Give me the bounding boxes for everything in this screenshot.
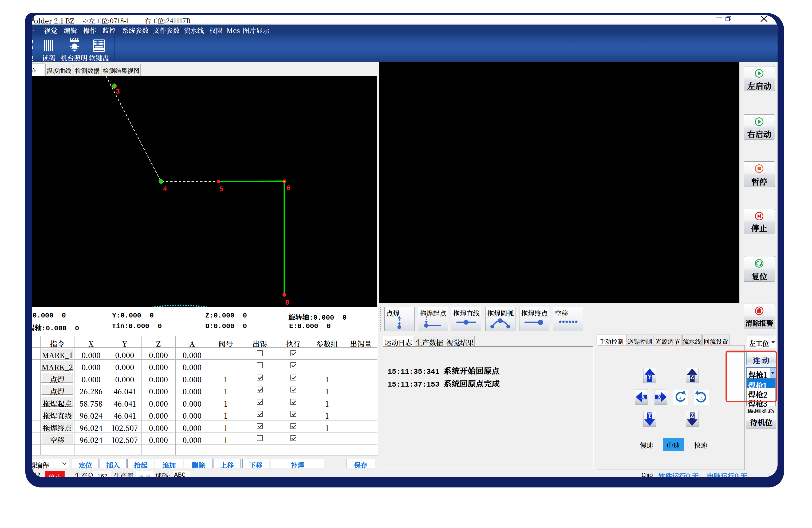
svg-text:X: X	[657, 393, 662, 400]
svg-text:X: X	[641, 393, 646, 400]
svg-text:Z: Z	[691, 411, 694, 419]
svg-text:Y: Y	[648, 372, 652, 380]
svg-text:Z: Z	[691, 372, 694, 380]
svg-text:8: 8	[285, 299, 289, 307]
svg-text:A: A	[700, 395, 703, 401]
svg-text:6: 6	[286, 185, 290, 192]
svg-text:A: A	[679, 395, 682, 401]
svg-text:Y: Y	[648, 411, 652, 419]
svg-text:5: 5	[219, 186, 223, 193]
svg-text:4: 4	[163, 186, 167, 193]
svg-text:3: 3	[116, 88, 120, 96]
